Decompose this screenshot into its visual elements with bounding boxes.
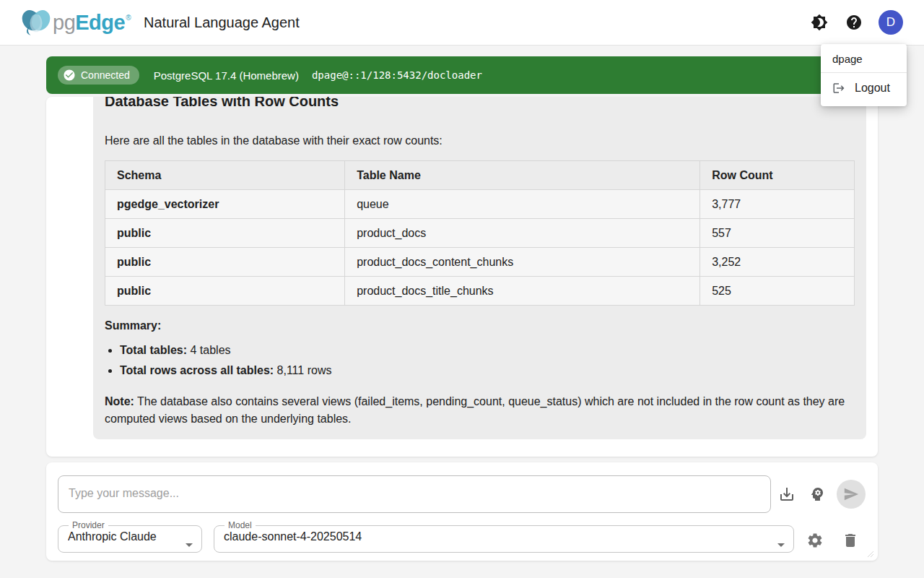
settings-button[interactable]	[801, 526, 829, 555]
registered-mark: ®	[126, 14, 131, 22]
download-icon	[778, 486, 796, 503]
table-row: public product_docs 557	[105, 219, 855, 248]
cell-schema: public	[105, 248, 345, 277]
assistant-message-bubble: Database Tables with Row Counts Here are…	[93, 97, 866, 439]
brightness-icon	[811, 14, 828, 31]
message-heading: Database Tables with Row Counts	[105, 97, 855, 111]
resize-grip[interactable]	[867, 551, 874, 558]
cell-schema: public	[105, 219, 345, 248]
table-row: pgedge_vectorizer queue 3,777	[105, 190, 855, 219]
header-actions: D	[805, 8, 903, 37]
table-row: public product_docs_title_chunks 525	[105, 277, 855, 306]
menu-username: dpage	[821, 50, 907, 72]
logo-text: pgEdge®	[53, 12, 131, 33]
thinking-mode-button[interactable]	[803, 480, 832, 509]
message-intro: Here are all the tables in the database …	[105, 132, 855, 150]
model-label: Model	[225, 521, 256, 530]
cell-table-name: product_docs_title_chunks	[345, 277, 700, 306]
summary-list: Total tables: 4 tables Total rows across…	[105, 342, 855, 379]
app-header: pgEdge® Natural Language Agent D	[0, 0, 924, 46]
cell-row-count: 557	[700, 219, 855, 248]
pgedge-logo-mark	[21, 9, 51, 36]
chat-message-panel: Database Tables with Row Counts Here are…	[46, 97, 878, 457]
table-header-row: Schema Table Name Row Count	[105, 161, 855, 190]
download-chat-button[interactable]	[772, 480, 801, 509]
cell-table-name: product_docs_content_chunks	[345, 248, 700, 277]
composer-panel: Provider Anthropic Claude Model claude-s…	[46, 462, 878, 561]
col-header-table-name: Table Name	[345, 161, 700, 190]
col-header-row-count: Row Count	[700, 161, 855, 190]
logout-menu-item[interactable]: Logout	[821, 76, 907, 100]
help-icon	[845, 14, 863, 31]
cell-row-count: 3,777	[700, 190, 855, 219]
send-icon	[843, 486, 859, 502]
gear-icon	[806, 532, 824, 549]
chevron-down-icon	[186, 543, 193, 547]
table-row: public product_docs_content_chunks 3,252	[105, 248, 855, 277]
logout-label: Logout	[855, 82, 890, 95]
check-circle-icon	[63, 69, 76, 82]
cell-row-count: 525	[700, 277, 855, 306]
page-title: Natural Language Agent	[144, 14, 300, 31]
avatar[interactable]: D	[879, 10, 903, 35]
pgedge-logo: pgEdge®	[21, 9, 131, 36]
psychology-icon	[808, 486, 826, 503]
connected-badge: Connected	[58, 66, 139, 85]
connected-label: Connected	[81, 69, 130, 81]
server-version-label: PostgreSQL 17.4 (Homebrew)	[154, 69, 299, 82]
list-item: Total rows across all tables: 8,111 rows	[120, 362, 855, 379]
help-button[interactable]	[840, 8, 868, 37]
cell-schema: pgedge_vectorizer	[105, 190, 345, 219]
row-counts-table: Schema Table Name Row Count pgedge_vecto…	[105, 160, 855, 306]
provider-label: Provider	[69, 521, 108, 530]
connection-dsn: dpage@::1/128:5432/docloader	[312, 69, 482, 81]
clear-chat-button[interactable]	[836, 526, 865, 555]
trash-icon	[842, 532, 859, 549]
cell-table-name: queue	[345, 190, 700, 219]
chevron-down-icon	[777, 543, 785, 547]
logout-icon	[832, 82, 845, 95]
provider-select[interactable]: Provider Anthropic Claude	[58, 521, 202, 553]
message-note: Note: The database also contains several…	[105, 393, 855, 428]
col-header-schema: Schema	[105, 161, 345, 190]
send-button[interactable]	[837, 480, 866, 509]
user-dropdown-menu: dpage Logout	[821, 44, 907, 106]
list-item: Total tables: 4 tables	[120, 342, 855, 359]
cell-table-name: product_docs	[345, 219, 700, 248]
menu-divider	[821, 72, 907, 73]
model-value: claude-sonnet-4-20250514	[224, 530, 793, 543]
theme-toggle-button[interactable]	[805, 8, 834, 37]
cell-schema: public	[105, 277, 345, 306]
cell-row-count: 3,252	[700, 248, 855, 277]
provider-value: Anthropic Claude	[68, 530, 201, 543]
model-select[interactable]: Model claude-sonnet-4-20250514	[214, 521, 794, 553]
summary-heading: Summary:	[105, 319, 855, 332]
message-input[interactable]	[58, 475, 771, 513]
connection-status-bar: Connected PostgreSQL 17.4 (Homebrew) dpa…	[46, 56, 878, 94]
